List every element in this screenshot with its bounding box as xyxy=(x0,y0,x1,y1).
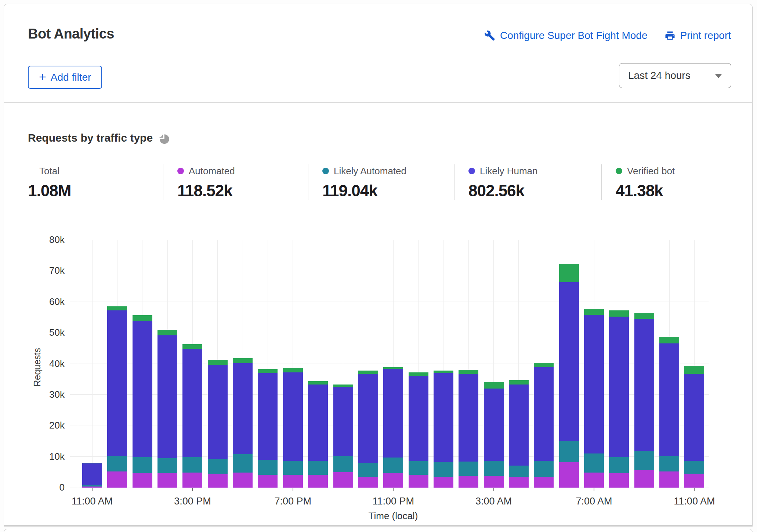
segment-automated xyxy=(584,473,604,488)
stat-automated: Automated 118.52k xyxy=(163,164,308,200)
segment-likely-human xyxy=(484,389,504,461)
segment-likely-automated xyxy=(509,466,529,477)
header-links: Configure Super Bot Fight Mode Print rep… xyxy=(484,30,731,41)
x-tick-label: 3:00 PM xyxy=(156,496,229,507)
x-tick-label: 3:00 AM xyxy=(457,496,530,507)
segment-automated xyxy=(133,473,152,488)
bar-2-1:00-pm xyxy=(133,315,152,488)
segment-likely-human xyxy=(358,374,378,463)
automated-dot-icon xyxy=(177,168,184,174)
gridline-h-80k xyxy=(70,240,709,240)
segment-verified-bot xyxy=(534,363,554,367)
y-tick-label: 50k xyxy=(4,327,65,338)
segment-likely-human xyxy=(283,372,303,461)
plot-area xyxy=(77,240,709,488)
bar-19-6:00-am xyxy=(559,264,579,488)
add-filter-button[interactable]: + Add filter xyxy=(28,66,102,89)
segment-automated xyxy=(459,476,478,488)
segment-likely-automated xyxy=(157,458,177,473)
segment-likely-human xyxy=(182,349,202,457)
segment-automated xyxy=(107,471,127,488)
segment-likely-automated xyxy=(684,461,704,474)
x-tick-label: 11:00 PM xyxy=(356,496,430,507)
segment-automated xyxy=(157,473,177,488)
segment-likely-human xyxy=(333,387,353,456)
bar-9-8:00-pm xyxy=(308,381,328,488)
x-axis-title: Time (local) xyxy=(77,510,709,522)
bar-24-11:00-am xyxy=(684,366,704,488)
page: Bot Analytics Configure Super Bot Fight … xyxy=(0,0,757,532)
bar-0-11:00-am xyxy=(82,463,102,488)
stat-value: 802.56k xyxy=(468,182,601,200)
segment-likely-human xyxy=(459,374,478,462)
bar-4-3:00-pm xyxy=(182,344,202,488)
segment-verified-bot xyxy=(509,380,529,385)
bar-1-12:00-pm xyxy=(107,306,127,488)
plus-icon: + xyxy=(39,70,46,83)
segment-likely-human xyxy=(208,365,228,459)
segment-likely-automated xyxy=(358,463,378,477)
bar-7-6:00-pm xyxy=(258,369,278,488)
segment-likely-automated xyxy=(534,461,554,477)
likely-automated-dot-icon xyxy=(322,168,329,174)
segment-likely-automated xyxy=(283,461,303,475)
header-divider xyxy=(4,102,752,103)
stat-label: Verified bot xyxy=(627,165,675,177)
section-title-row: Requests by traffic type xyxy=(28,132,170,144)
segment-likely-automated xyxy=(133,457,152,473)
x-tick-label: 11:00 AM xyxy=(658,496,731,507)
y-tick-label: 80k xyxy=(4,234,65,245)
segment-likely-automated xyxy=(409,461,428,475)
segment-likely-human xyxy=(434,373,453,462)
segment-automated xyxy=(559,462,579,488)
configure-super-bot-fight-mode-link[interactable]: Configure Super Bot Fight Mode xyxy=(484,30,648,41)
segment-automated xyxy=(208,474,228,488)
segment-automated xyxy=(434,477,453,488)
y-tick-label: 60k xyxy=(4,296,65,307)
x-tick-mark xyxy=(393,488,394,491)
stat-value: 118.52k xyxy=(177,182,308,200)
bar-8-7:00-pm xyxy=(283,368,303,488)
segment-verified-bot xyxy=(559,264,579,282)
segment-verified-bot xyxy=(133,315,152,321)
segment-automated xyxy=(283,475,303,488)
bar-16-3:00-am xyxy=(484,382,504,488)
segment-likely-automated xyxy=(308,461,328,475)
segment-likely-human xyxy=(409,376,428,462)
segment-likely-human xyxy=(133,321,152,457)
segment-verified-bot xyxy=(358,371,378,374)
segment-likely-automated xyxy=(559,441,579,462)
bar-21-8:00-am xyxy=(609,310,629,488)
y-tick-label: 10k xyxy=(4,451,65,462)
segment-automated xyxy=(82,487,102,488)
segment-likely-human xyxy=(82,463,102,485)
add-filter-label: Add filter xyxy=(51,72,91,83)
segment-verified-bot xyxy=(233,358,253,363)
segment-verified-bot xyxy=(208,360,228,365)
segment-automated xyxy=(409,475,428,488)
pie-chart-icon xyxy=(158,132,170,144)
segment-likely-automated xyxy=(258,460,278,475)
gridline-v xyxy=(92,240,93,488)
bar-20-7:00-am xyxy=(584,309,604,488)
segment-likely-human xyxy=(659,343,679,456)
segment-automated xyxy=(182,473,202,488)
segment-likely-human xyxy=(383,369,403,458)
segment-automated xyxy=(383,473,403,488)
segment-likely-automated xyxy=(233,454,253,473)
segment-likely-human xyxy=(233,363,253,454)
segment-likely-human xyxy=(509,385,529,466)
x-tick-mark xyxy=(594,488,594,491)
x-tick-mark xyxy=(293,488,293,491)
segment-verified-bot xyxy=(684,366,704,374)
time-range-select[interactable]: Last 24 hours xyxy=(619,63,731,88)
segment-likely-automated xyxy=(584,453,604,473)
y-tick-label: 70k xyxy=(4,265,65,276)
gridline-v-edge xyxy=(709,240,709,488)
wrench-icon xyxy=(484,30,495,41)
segment-likely-human xyxy=(107,310,127,456)
segment-likely-automated xyxy=(434,462,453,477)
print-report-link[interactable]: Print report xyxy=(664,30,731,41)
bar-13-12:00-am xyxy=(409,372,428,488)
section-title: Requests by traffic type xyxy=(28,132,153,144)
